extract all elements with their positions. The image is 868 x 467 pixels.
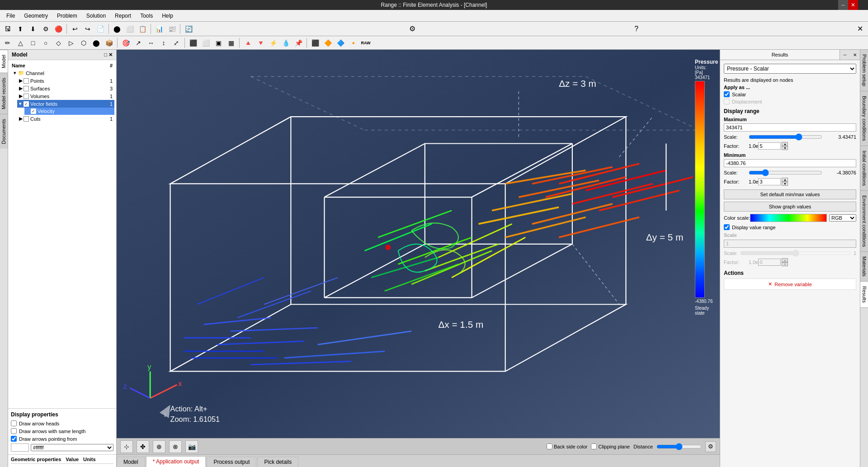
left-tab-documents[interactable]: Documents xyxy=(0,114,8,149)
results-tab[interactable]: Results xyxy=(720,50,840,60)
max-factor-exp-input[interactable] xyxy=(758,142,781,150)
tb2-diamond2[interactable]: 🔶 xyxy=(322,37,334,49)
view-btn-2[interactable]: ✤ xyxy=(137,440,149,453)
tb2-pin[interactable]: 📌 xyxy=(292,37,304,49)
expand-points[interactable]: ▶ xyxy=(19,78,24,84)
tb2-hex[interactable]: ⬡ xyxy=(78,37,90,49)
menu-geometry[interactable]: Geometry xyxy=(19,12,52,20)
tab-process-output[interactable]: Process output xyxy=(207,457,256,467)
menu-report[interactable]: Report xyxy=(110,12,136,20)
show-graph-btn[interactable]: Show graph values xyxy=(724,202,856,212)
set-default-btn[interactable]: Set default min/max values xyxy=(724,189,856,199)
cb-velocity[interactable]: ✓ xyxy=(31,108,36,114)
cb-display-value-range[interactable] xyxy=(724,224,730,230)
tb2-pencil[interactable]: ✏ xyxy=(2,37,14,49)
expand-channel[interactable]: ▾ xyxy=(14,70,18,76)
right-tab-environment-conditions[interactable]: Environment conditions xyxy=(860,191,868,252)
tree-row-vector-fields[interactable]: ▾ ✓ Vector fields 1 xyxy=(17,100,114,108)
left-tab-model-records[interactable]: Model records xyxy=(0,73,8,114)
results-close[interactable]: ✕ xyxy=(850,50,860,60)
tb2-box[interactable]: 📦 xyxy=(103,37,115,49)
tb2-select[interactable]: 🎯 xyxy=(120,37,132,49)
tb-close[interactable]: ✕ xyxy=(854,23,866,35)
tb2-sm-diamond[interactable]: 🔸 xyxy=(347,37,359,49)
tb-square[interactable]: ⬜ xyxy=(124,23,136,35)
tb2-dot[interactable]: ⬤ xyxy=(90,37,102,49)
tb2-arrow[interactable]: ▷ xyxy=(65,37,77,49)
tb-stop[interactable]: 🔴 xyxy=(52,23,64,35)
viewport-3d[interactable]: Channel () xyxy=(117,50,720,438)
tree-row-cuts[interactable]: ▶ Cuts 1 xyxy=(17,115,114,123)
tb2-tri-up[interactable]: 🔺 xyxy=(242,37,254,49)
right-tab-initial-conditions[interactable]: Initial conditions xyxy=(860,146,868,191)
tb-undo[interactable]: ↩ xyxy=(69,23,81,35)
cb-surfaces[interactable] xyxy=(24,86,29,91)
tb2-fill-black[interactable]: ⬛ xyxy=(187,37,199,49)
viewport-gear-button[interactable]: ⚙ xyxy=(705,441,716,452)
expand-surfaces[interactable]: ▶ xyxy=(19,85,24,91)
tb2-blk2[interactable]: ⬛ xyxy=(309,37,321,49)
color-scale-type-select[interactable]: RGB xyxy=(829,214,856,222)
tb-chart[interactable]: 📊 xyxy=(153,23,165,35)
right-tab-materials[interactable]: Materials xyxy=(860,252,868,282)
min-scale-slider[interactable] xyxy=(749,169,822,176)
max-factor-down[interactable]: ▼ xyxy=(782,146,788,150)
tb-download[interactable]: ⬇ xyxy=(27,23,39,35)
tab-application-output[interactable]: * Application output xyxy=(146,456,206,467)
tb2-triangle-outline[interactable]: △ xyxy=(14,37,26,49)
view-btn-1[interactable]: ⊹ xyxy=(120,440,133,453)
cb-vector-fields[interactable]: ✓ xyxy=(24,101,29,107)
tb-report[interactable]: 📰 xyxy=(166,23,178,35)
tb-app-settings[interactable]: ⚙ xyxy=(406,23,418,35)
max-scale-slider[interactable] xyxy=(749,133,822,141)
tb2-rhombus[interactable]: 🔷 xyxy=(335,37,346,49)
cb-points[interactable] xyxy=(24,78,29,84)
expand-cuts[interactable]: ▶ xyxy=(19,116,24,122)
minimize-button[interactable]: ─ xyxy=(838,0,848,10)
tb-help[interactable]: ? xyxy=(631,23,642,35)
tree-row-points[interactable]: ▶ Points 1 xyxy=(17,77,114,85)
expand-vector-fields[interactable]: ▾ xyxy=(19,101,24,107)
cb-clipping-plane[interactable] xyxy=(591,443,597,449)
tree-row-velocity[interactable]: ✓ Velocity xyxy=(24,108,114,115)
tb2-tri-dn[interactable]: 🔻 xyxy=(255,37,266,49)
left-tab-model[interactable]: Model xyxy=(0,50,8,73)
remove-variable-button[interactable]: ✕ Remove variable xyxy=(724,278,856,290)
right-tab-results[interactable]: Results xyxy=(860,282,868,308)
min-factor-up[interactable]: ▲ xyxy=(782,178,788,182)
tb2-arrow-diag[interactable]: ⤢ xyxy=(170,37,182,49)
menu-tools[interactable]: Tools xyxy=(136,12,157,20)
tb-new[interactable]: 🖫 xyxy=(2,23,14,35)
color-swatch[interactable] xyxy=(11,443,29,452)
results-variable-select[interactable]: Pressure - Scalar xyxy=(724,64,856,74)
tb2-drop[interactable]: 💧 xyxy=(280,37,292,49)
tb2-lightning[interactable]: ⚡ xyxy=(267,37,279,49)
cb-back-side-color[interactable] xyxy=(547,443,552,449)
results-minimize[interactable]: ─ xyxy=(840,50,850,60)
tb-refresh[interactable]: 🔄 xyxy=(183,23,194,35)
cb-displacement[interactable] xyxy=(724,99,730,104)
close-button[interactable]: ✕ xyxy=(848,0,858,10)
cb-draw-arrow-heads[interactable] xyxy=(11,420,17,426)
tb2-raw[interactable]: RAW xyxy=(360,37,372,49)
min-factor-exp-input[interactable] xyxy=(758,178,781,185)
tree-row-surfaces[interactable]: ▶ Surfaces 3 xyxy=(17,85,114,92)
cb-volumes[interactable] xyxy=(24,94,29,99)
tab-model[interactable]: Model xyxy=(117,457,145,467)
tb-upload[interactable]: ⬆ xyxy=(14,23,26,35)
tb2-grid2[interactable]: ▦ xyxy=(225,37,237,49)
tb2-circle-outline[interactable]: ○ xyxy=(40,37,52,49)
max-value-input[interactable] xyxy=(724,123,856,132)
view-btn-3[interactable]: ⊕ xyxy=(153,440,165,453)
right-tab-boundary-conditions[interactable]: Boundary conditions xyxy=(860,91,868,146)
tb2-arrow-h[interactable]: ↔ xyxy=(145,37,157,49)
tb2-square-outline[interactable]: □ xyxy=(27,37,39,49)
menu-problem[interactable]: Problem xyxy=(52,12,82,20)
tree-row-volumes[interactable]: ▶ Volumes 1 xyxy=(17,92,114,100)
cb-cuts[interactable] xyxy=(24,116,29,122)
cb-draw-arrows-pointing[interactable] xyxy=(11,436,17,442)
menu-file[interactable]: File xyxy=(2,12,19,20)
view-btn-camera[interactable]: 📷 xyxy=(185,440,198,453)
tab-pick-details[interactable]: Pick details xyxy=(257,457,298,467)
min-value-input[interactable] xyxy=(724,159,856,167)
